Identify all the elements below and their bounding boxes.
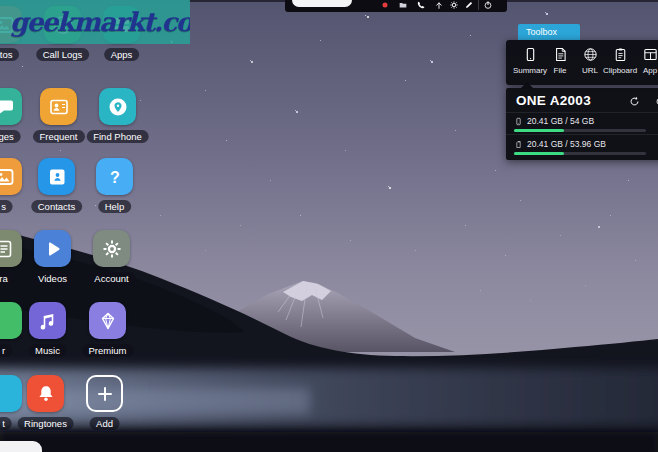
smartphone-icon bbox=[522, 46, 539, 63]
refresh-icon[interactable] bbox=[628, 95, 641, 108]
play-icon bbox=[41, 237, 65, 261]
clipboard-icon bbox=[612, 46, 629, 63]
contact-card-icon bbox=[47, 95, 71, 119]
app-music[interactable]: Music bbox=[29, 302, 66, 339]
app-label: Call Logs bbox=[36, 48, 90, 61]
app-label: Help bbox=[98, 200, 132, 213]
sd-storage-row: 20.41 GB / 53.96 GB bbox=[514, 138, 658, 158]
app-label: s bbox=[0, 200, 13, 213]
upload-arrow-icon[interactable] bbox=[433, 0, 444, 10]
tool-clipboard[interactable]: Clipboard bbox=[606, 40, 634, 85]
watermark-text: geekmarkt.com bbox=[0, 7, 190, 37]
app-videos[interactable]: Videos bbox=[34, 230, 71, 267]
toolbar-divider bbox=[478, 0, 479, 10]
bell-icon bbox=[34, 382, 58, 406]
storage-bar-fill bbox=[514, 152, 564, 155]
refresh-icon[interactable] bbox=[654, 95, 658, 108]
find-phone-icon bbox=[106, 95, 130, 119]
browser-toolbar bbox=[285, 0, 507, 12]
pencil-icon[interactable] bbox=[463, 0, 474, 10]
app-label: Music bbox=[28, 344, 67, 357]
tool-label: Summary bbox=[513, 66, 547, 75]
chat-icon bbox=[0, 95, 16, 119]
app-contacts[interactable]: Contacts bbox=[38, 158, 75, 195]
image-icon bbox=[0, 165, 16, 189]
gear-icon bbox=[100, 237, 124, 261]
storage-value: 20.41 GB / 53.96 GB bbox=[527, 139, 606, 149]
device-summary-panel: ONE A2003 20.41 GB / 54 GB 20.41 GB / 53… bbox=[506, 88, 658, 160]
app-add[interactable]: Add bbox=[86, 375, 123, 412]
app-label: Frequent bbox=[32, 130, 84, 143]
diamond-icon bbox=[96, 309, 120, 333]
tool-app[interactable]: App bbox=[636, 40, 658, 85]
storage-bar bbox=[514, 152, 646, 155]
question-icon: ? bbox=[103, 165, 127, 189]
contacts-book-icon bbox=[45, 165, 69, 189]
notes-icon bbox=[0, 237, 16, 261]
storage-value: 20.41 GB / 54 GB bbox=[527, 116, 594, 126]
storage-bar bbox=[514, 129, 646, 132]
app-find-phone[interactable]: Find Phone bbox=[99, 88, 136, 125]
tool-summary[interactable]: Summary bbox=[516, 40, 544, 85]
device-name: ONE A2003 bbox=[516, 93, 591, 108]
app-unknown-cyan[interactable]: t bbox=[0, 375, 22, 412]
app-label: t bbox=[0, 417, 12, 430]
app-label: Add bbox=[89, 417, 120, 430]
phone-manager-screen: otos Call Logs Apps ages Frequent Find P… bbox=[0, 0, 658, 452]
tool-label: App bbox=[643, 66, 657, 75]
sd-card-icon bbox=[514, 140, 527, 149]
storage-bar-fill bbox=[514, 129, 564, 132]
app-label: Premium bbox=[81, 344, 133, 357]
app-label: Contacts bbox=[31, 200, 83, 213]
app-files[interactable]: s bbox=[0, 158, 22, 195]
gear-icon[interactable] bbox=[448, 0, 459, 10]
tool-label: URL bbox=[582, 66, 598, 75]
app-help[interactable]: ? Help bbox=[96, 158, 133, 195]
music-note-icon bbox=[36, 309, 60, 333]
toolbox-panel: Summary File URL Clipboard App bbox=[506, 40, 658, 85]
internal-storage-row: 20.41 GB / 54 GB bbox=[514, 115, 658, 135]
geekmarkt-watermark: geekmarkt.com bbox=[0, 0, 190, 44]
app-ringtones[interactable]: Ringtones bbox=[27, 375, 64, 412]
plus-icon bbox=[93, 382, 117, 406]
svg-text:?: ? bbox=[110, 168, 120, 185]
record-icon[interactable] bbox=[379, 0, 390, 10]
address-bar[interactable] bbox=[292, 0, 352, 7]
app-camera[interactable]: ra bbox=[0, 230, 22, 267]
app-label: Account bbox=[87, 272, 135, 285]
power-icon[interactable] bbox=[482, 0, 493, 10]
phone-call-icon[interactable] bbox=[415, 0, 426, 10]
app-window-icon bbox=[642, 46, 658, 63]
app-label: Find Phone bbox=[86, 130, 149, 143]
app-label: Apps bbox=[104, 48, 140, 61]
toolbox-tab[interactable]: Toolbox bbox=[518, 24, 580, 40]
app-label: ages bbox=[0, 130, 21, 143]
file-icon bbox=[552, 46, 569, 63]
tool-label: File bbox=[554, 66, 567, 75]
bottom-left-popup bbox=[0, 441, 42, 452]
app-account[interactable]: Account bbox=[93, 230, 130, 267]
phone-storage-icon bbox=[514, 117, 527, 126]
tool-url[interactable]: URL bbox=[576, 40, 604, 85]
tool-label: Clipboard bbox=[603, 66, 637, 75]
app-label: Videos bbox=[31, 272, 74, 285]
app-label: otos bbox=[0, 48, 19, 61]
tool-file[interactable]: File bbox=[546, 40, 574, 85]
divider bbox=[506, 112, 658, 113]
app-unknown-green[interactable]: r bbox=[0, 302, 22, 339]
folder-icon[interactable] bbox=[397, 0, 408, 10]
toolbox-tab-label: Toolbox bbox=[526, 27, 557, 37]
divider bbox=[506, 134, 658, 135]
app-frequent[interactable]: Frequent bbox=[40, 88, 77, 125]
app-messages[interactable]: ages bbox=[0, 88, 22, 125]
app-premium[interactable]: Premium bbox=[89, 302, 126, 339]
globe-icon bbox=[582, 46, 599, 63]
app-label: Ringtones bbox=[17, 417, 74, 430]
